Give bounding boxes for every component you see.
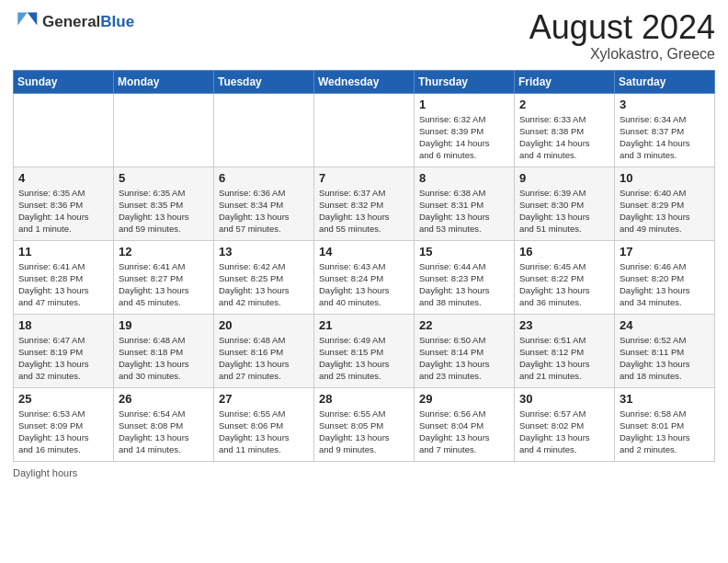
day-cell: 28Sunrise: 6:55 AMSunset: 8:05 PMDayligh… [314, 387, 415, 461]
day-info: Sunrise: 6:46 AMSunset: 8:20 PMDaylight:… [620, 260, 710, 309]
col-thursday: Thursday [415, 70, 515, 93]
day-info: Sunrise: 6:57 AMSunset: 8:02 PMDaylight:… [519, 408, 609, 456]
day-number: 3 [620, 98, 710, 111]
day-info: Sunrise: 6:32 AMSunset: 8:39 PMDaylight:… [419, 113, 509, 162]
day-number: 11 [18, 245, 108, 259]
col-sunday: Sunday [14, 70, 114, 93]
day-cell: 7Sunrise: 6:37 AMSunset: 8:32 PMDaylight… [314, 167, 415, 240]
day-info: Sunrise: 6:41 AMSunset: 8:27 PMDaylight:… [119, 260, 209, 309]
day-info: Sunrise: 6:33 AMSunset: 8:38 PMDaylight:… [519, 113, 609, 162]
day-number: 21 [319, 318, 409, 332]
day-cell: 9Sunrise: 6:39 AMSunset: 8:30 PMDaylight… [515, 167, 615, 240]
daylight-label: Daylight hours [13, 467, 77, 478]
header-row: Sunday Monday Tuesday Wednesday Thursday… [14, 70, 715, 93]
day-number: 27 [219, 392, 309, 406]
col-wednesday: Wednesday [314, 70, 415, 93]
day-number: 25 [18, 392, 108, 406]
day-number: 8 [419, 171, 509, 185]
day-number: 5 [119, 171, 209, 185]
day-info: Sunrise: 6:35 AMSunset: 8:35 PMDaylight:… [119, 187, 209, 236]
day-number: 23 [519, 318, 609, 332]
day-number: 17 [620, 245, 710, 259]
day-number: 7 [319, 171, 409, 185]
day-info: Sunrise: 6:49 AMSunset: 8:15 PMDaylight:… [319, 334, 409, 383]
day-info: Sunrise: 6:41 AMSunset: 8:28 PMDaylight:… [18, 260, 108, 309]
day-number: 20 [219, 318, 309, 332]
day-info: Sunrise: 6:56 AMSunset: 8:04 PMDaylight:… [419, 408, 509, 456]
day-info: Sunrise: 6:54 AMSunset: 8:08 PMDaylight:… [119, 408, 209, 456]
day-info: Sunrise: 6:50 AMSunset: 8:14 PMDaylight:… [419, 334, 509, 383]
page: GeneralBlue August 2024 Xylokastro, Gree… [0, 0, 728, 563]
day-cell: 3Sunrise: 6:34 AMSunset: 8:37 PMDaylight… [615, 93, 715, 167]
col-friday: Friday [515, 70, 615, 93]
day-info: Sunrise: 6:47 AMSunset: 8:19 PMDaylight:… [18, 334, 108, 383]
day-info: Sunrise: 6:51 AMSunset: 8:12 PMDaylight:… [519, 334, 609, 383]
day-number: 26 [119, 392, 209, 406]
day-number: 2 [519, 98, 609, 111]
day-number: 24 [620, 318, 710, 332]
header: GeneralBlue August 2024 Xylokastro, Gree… [13, 9, 715, 63]
day-cell: 5Sunrise: 6:35 AMSunset: 8:35 PMDaylight… [114, 167, 214, 240]
day-cell: 2Sunrise: 6:33 AMSunset: 8:38 PMDaylight… [515, 93, 615, 167]
day-cell: 30Sunrise: 6:57 AMSunset: 8:02 PMDayligh… [515, 387, 615, 461]
month-year: August 2024 [529, 9, 715, 46]
col-saturday: Saturday [615, 70, 715, 93]
day-info: Sunrise: 6:48 AMSunset: 8:16 PMDaylight:… [219, 334, 309, 383]
logo-blue: Blue [100, 13, 134, 30]
day-number: 1 [419, 98, 509, 111]
week-row-4: 18Sunrise: 6:47 AMSunset: 8:19 PMDayligh… [14, 314, 715, 387]
day-cell: 14Sunrise: 6:43 AMSunset: 8:24 PMDayligh… [314, 240, 415, 314]
day-cell: 17Sunrise: 6:46 AMSunset: 8:20 PMDayligh… [615, 240, 715, 314]
day-info: Sunrise: 6:58 AMSunset: 8:01 PMDaylight:… [620, 408, 710, 456]
day-info: Sunrise: 6:35 AMSunset: 8:36 PMDaylight:… [18, 187, 108, 236]
day-number: 31 [620, 392, 710, 406]
day-info: Sunrise: 6:37 AMSunset: 8:32 PMDaylight:… [319, 187, 409, 236]
day-number: 18 [18, 318, 108, 332]
day-number: 14 [319, 245, 409, 259]
day-info: Sunrise: 6:52 AMSunset: 8:11 PMDaylight:… [620, 334, 710, 383]
day-number: 13 [219, 245, 309, 259]
day-cell: 24Sunrise: 6:52 AMSunset: 8:11 PMDayligh… [615, 314, 715, 387]
day-cell: 8Sunrise: 6:38 AMSunset: 8:31 PMDaylight… [415, 167, 515, 240]
day-cell: 6Sunrise: 6:36 AMSunset: 8:34 PMDaylight… [214, 167, 314, 240]
day-cell [214, 93, 314, 167]
day-cell: 12Sunrise: 6:41 AMSunset: 8:27 PMDayligh… [114, 240, 214, 314]
day-info: Sunrise: 6:40 AMSunset: 8:29 PMDaylight:… [620, 187, 710, 236]
day-cell: 22Sunrise: 6:50 AMSunset: 8:14 PMDayligh… [415, 314, 515, 387]
col-monday: Monday [114, 70, 214, 93]
title-block: August 2024 Xylokastro, Greece [529, 9, 715, 63]
day-cell: 4Sunrise: 6:35 AMSunset: 8:36 PMDaylight… [14, 167, 114, 240]
day-number: 19 [119, 318, 209, 332]
week-row-5: 25Sunrise: 6:53 AMSunset: 8:09 PMDayligh… [14, 387, 715, 461]
week-row-1: 1Sunrise: 6:32 AMSunset: 8:39 PMDaylight… [14, 93, 715, 167]
day-cell: 26Sunrise: 6:54 AMSunset: 8:08 PMDayligh… [114, 387, 214, 461]
day-info: Sunrise: 6:36 AMSunset: 8:34 PMDaylight:… [219, 187, 309, 236]
day-number: 16 [519, 245, 609, 259]
calendar-table: Sunday Monday Tuesday Wednesday Thursday… [13, 70, 715, 462]
day-number: 15 [419, 245, 509, 259]
logo-text: GeneralBlue [42, 14, 134, 31]
day-cell: 11Sunrise: 6:41 AMSunset: 8:28 PMDayligh… [14, 240, 114, 314]
day-cell: 23Sunrise: 6:51 AMSunset: 8:12 PMDayligh… [515, 314, 615, 387]
day-number: 4 [18, 171, 108, 185]
day-cell: 1Sunrise: 6:32 AMSunset: 8:39 PMDaylight… [415, 93, 515, 167]
day-cell: 31Sunrise: 6:58 AMSunset: 8:01 PMDayligh… [615, 387, 715, 461]
day-number: 30 [519, 392, 609, 406]
day-cell: 15Sunrise: 6:44 AMSunset: 8:23 PMDayligh… [415, 240, 515, 314]
day-cell [14, 93, 114, 167]
day-info: Sunrise: 6:48 AMSunset: 8:18 PMDaylight:… [119, 334, 209, 383]
day-info: Sunrise: 6:53 AMSunset: 8:09 PMDaylight:… [18, 408, 108, 456]
day-cell: 18Sunrise: 6:47 AMSunset: 8:19 PMDayligh… [14, 314, 114, 387]
day-info: Sunrise: 6:55 AMSunset: 8:05 PMDaylight:… [319, 408, 409, 456]
location: Xylokastro, Greece [529, 46, 715, 63]
day-info: Sunrise: 6:44 AMSunset: 8:23 PMDaylight:… [419, 260, 509, 309]
col-tuesday: Tuesday [214, 70, 314, 93]
day-info: Sunrise: 6:42 AMSunset: 8:25 PMDaylight:… [219, 260, 309, 309]
day-number: 29 [419, 392, 509, 406]
day-number: 12 [119, 245, 209, 259]
day-cell: 20Sunrise: 6:48 AMSunset: 8:16 PMDayligh… [214, 314, 314, 387]
week-row-3: 11Sunrise: 6:41 AMSunset: 8:28 PMDayligh… [14, 240, 715, 314]
day-cell [114, 93, 214, 167]
svg-marker-1 [17, 13, 28, 26]
logo-general: General [42, 13, 100, 30]
